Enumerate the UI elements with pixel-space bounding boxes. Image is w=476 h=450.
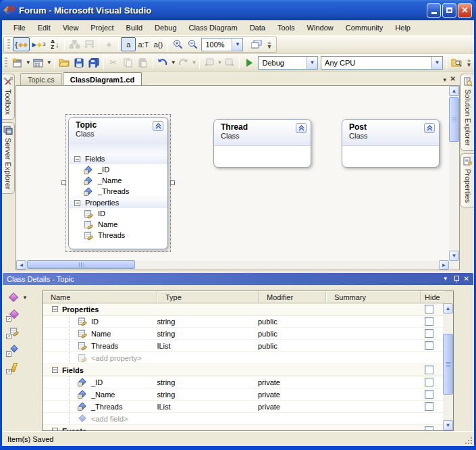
- maximize-button[interactable]: [442, 3, 456, 18]
- member-type-cell[interactable]: string: [157, 389, 257, 400]
- member-summary-cell[interactable]: [325, 316, 420, 327]
- hide-checkbox[interactable]: [425, 366, 433, 374]
- column-header-summary[interactable]: Summary: [326, 291, 421, 303]
- redo-button[interactable]: [176, 55, 191, 70]
- member-type-cell[interactable]: IList: [157, 401, 257, 412]
- navigate-backward-button[interactable]: [202, 55, 217, 70]
- column-header-modifier[interactable]: Modifier: [259, 291, 326, 303]
- member-name-cell[interactable]: _Threads: [91, 403, 122, 411]
- group-row-fields[interactable]: Fields: [43, 364, 443, 376]
- scroll-up-button[interactable]: ▲: [443, 303, 453, 314]
- scroll-thumb[interactable]: [27, 260, 135, 269]
- member-name-cell[interactable]: _Name: [91, 391, 115, 399]
- platform-dropdown-icon[interactable]: ▼: [431, 57, 442, 69]
- member-name-cell[interactable]: _ID: [91, 378, 103, 386]
- menu-window[interactable]: Window: [301, 22, 340, 34]
- find-in-files-button[interactable]: [449, 55, 464, 70]
- class-shape-post[interactable]: Post Class: [342, 119, 440, 168]
- member-row[interactable]: ID string public: [43, 316, 443, 328]
- menu-file[interactable]: File: [7, 22, 32, 34]
- tab-topic-cs[interactable]: Topic.cs: [20, 73, 62, 85]
- adjust-shapes-width-button[interactable]: [82, 37, 97, 51]
- undo-dropdown-icon[interactable]: ▼: [171, 59, 176, 66]
- hide-checkbox[interactable]: [425, 378, 433, 386]
- menu-build[interactable]: Build: [120, 22, 149, 34]
- add-field-row[interactable]: <add field>: [43, 413, 443, 425]
- collapse-shape-button[interactable]: [296, 123, 307, 133]
- member-row[interactable]: Threads IList public: [43, 340, 443, 352]
- new-project-button[interactable]: [10, 55, 25, 70]
- hide-checkbox[interactable]: [425, 402, 433, 411]
- menu-project[interactable]: Project: [84, 22, 120, 34]
- canvas-vertical-scrollbar[interactable]: ▲ ▼: [449, 86, 459, 261]
- collapse-group-icon[interactable]: [52, 428, 58, 430]
- toolbar-grip[interactable]: [7, 39, 10, 50]
- sidebar-tab-toolbox[interactable]: Toolbox: [2, 74, 15, 120]
- scroll-right-button[interactable]: ►: [439, 260, 449, 270]
- menu-tools[interactable]: Tools: [271, 22, 301, 34]
- member-type-cell[interactable]: IList: [157, 340, 257, 351]
- display-name-button[interactable]: a: [121, 37, 136, 51]
- scroll-thumb[interactable]: [443, 334, 453, 395]
- hide-checkbox[interactable]: [425, 390, 433, 399]
- column-header-type[interactable]: Type: [157, 291, 259, 303]
- member-modifier-cell[interactable]: public: [258, 340, 325, 351]
- window-position-dropdown-icon[interactable]: ▼: [443, 276, 448, 282]
- document-close-icon[interactable]: ✕: [450, 75, 456, 83]
- toolbar-overflow-button[interactable]: »▼: [466, 59, 472, 67]
- navigate-to-field-button[interactable]: ↗: [7, 343, 37, 357]
- minimize-button[interactable]: [427, 3, 441, 18]
- navigate-to-event-button[interactable]: ↗: [7, 361, 37, 374]
- hide-checkbox[interactable]: [425, 329, 433, 338]
- member-type-cell[interactable]: string: [157, 328, 257, 339]
- scroll-thumb[interactable]: [449, 97, 459, 142]
- member-modifier-cell[interactable]: private: [258, 401, 325, 412]
- display-name-and-type-button[interactable]: a:T: [136, 37, 151, 51]
- member-row[interactable]: _Threads IList private: [43, 401, 443, 413]
- member-summary-cell[interactable]: [325, 340, 420, 351]
- member-modifier-cell[interactable]: private: [258, 376, 325, 388]
- hide-checkbox[interactable]: [425, 317, 433, 326]
- display-full-signature-button[interactable]: a(): [151, 37, 165, 51]
- member-summary-cell[interactable]: [325, 389, 420, 400]
- scroll-down-button[interactable]: ▼: [443, 420, 453, 430]
- class-diagram-canvas[interactable]: Topic Class Fields: [16, 85, 460, 261]
- paste-button[interactable]: [136, 55, 151, 70]
- resize-handle-right[interactable]: [170, 180, 175, 185]
- column-header-hide[interactable]: Hide: [421, 291, 444, 303]
- member-row[interactable]: _Name string private: [43, 389, 443, 401]
- navigate-to-method-button[interactable]: ↗: [7, 308, 37, 322]
- menu-data[interactable]: Data: [244, 22, 271, 34]
- member-modifier-cell[interactable]: public: [258, 328, 325, 339]
- resize-handle-left[interactable]: [61, 180, 66, 185]
- redo-dropdown-icon[interactable]: ▼: [192, 59, 197, 66]
- member-name-cell[interactable]: Threads: [91, 342, 118, 350]
- member-type-cell[interactable]: string: [157, 376, 257, 388]
- hide-checkbox[interactable]: [425, 341, 433, 350]
- member-name-cell[interactable]: Name: [91, 330, 111, 338]
- collapse-fields-icon[interactable]: [74, 156, 80, 162]
- zoom-out-button[interactable]: [185, 37, 200, 51]
- menu-view[interactable]: View: [57, 22, 85, 34]
- start-debugging-button[interactable]: [242, 55, 257, 70]
- grid-vertical-scrollbar[interactable]: ▲ ▼: [443, 303, 453, 430]
- menu-help[interactable]: Help: [389, 22, 417, 34]
- new-project-dropdown-icon[interactable]: ▼: [26, 59, 31, 66]
- sidebar-tab-properties[interactable]: Properties: [460, 153, 474, 207]
- group-row-events[interactable]: Events: [43, 425, 443, 430]
- new-member-dropdown-icon[interactable]: ▼: [22, 295, 28, 301]
- zoom-in-button[interactable]: [170, 37, 185, 51]
- save-button[interactable]: [72, 55, 86, 70]
- resize-grip[interactable]: [464, 436, 473, 445]
- open-file-button[interactable]: [57, 55, 72, 70]
- sidebar-tab-server-explorer[interactable]: Server Explorer: [2, 122, 15, 194]
- sidebar-tab-solution-explorer[interactable]: Solution Explorer: [460, 74, 474, 151]
- menu-community[interactable]: Community: [340, 22, 390, 34]
- zoom-level-combobox[interactable]: 100% ▼: [201, 38, 243, 51]
- class-shape-topic[interactable]: Topic Class Fields: [68, 117, 168, 249]
- toolbar-overflow-button[interactable]: =▼: [266, 41, 272, 49]
- navigate-to-property-button[interactable]: ↗: [7, 326, 37, 339]
- member-row[interactable]: Name string public: [43, 328, 443, 340]
- scroll-up-button[interactable]: ▲: [449, 86, 459, 96]
- member-modifier-cell[interactable]: public: [258, 316, 325, 327]
